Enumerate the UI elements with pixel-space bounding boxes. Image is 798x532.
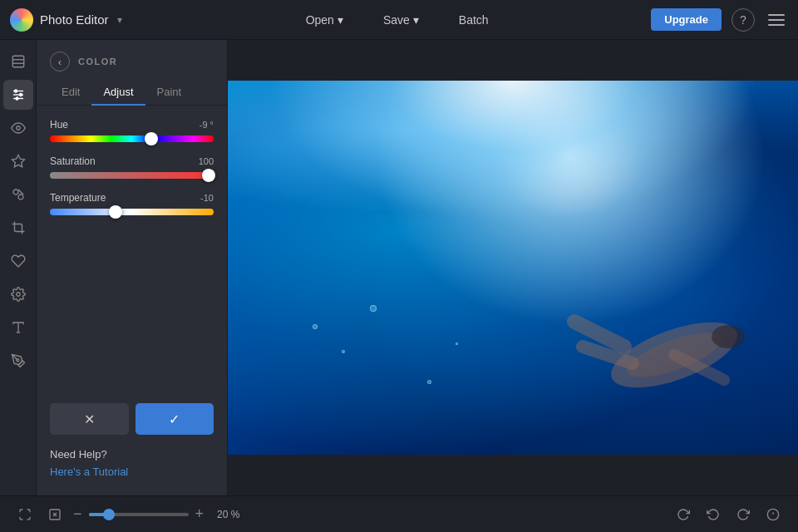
main-content: ‹ COLOR Edit Adjust Paint Hue -9 ° <box>0 40 798 495</box>
action-buttons: ✕ ✓ <box>37 403 227 448</box>
tab-edit[interactable]: Edit <box>50 80 91 106</box>
redo-button[interactable] <box>732 503 755 526</box>
menu-bar-line <box>768 24 785 26</box>
confirm-button[interactable]: ✓ <box>135 403 214 435</box>
save-button[interactable]: Save ▾ <box>377 10 426 30</box>
app-logo-icon <box>10 8 33 32</box>
actual-size-button[interactable] <box>43 503 66 526</box>
saturation-value: 100 <box>199 156 214 166</box>
canvas-area <box>228 40 798 495</box>
svg-marker-10 <box>12 155 24 167</box>
toolbar-effects-icon[interactable] <box>3 180 33 209</box>
toolbar-adjust-icon[interactable] <box>3 80 33 110</box>
sliders-area: Hue -9 ° Saturation 100 <box>37 106 227 403</box>
rotate-cw-button[interactable] <box>672 503 695 526</box>
svg-point-17 <box>16 359 18 362</box>
hue-thumb[interactable] <box>145 132 158 145</box>
temperature-thumb[interactable] <box>109 205 122 219</box>
undo-button[interactable] <box>702 503 725 526</box>
zoom-thumb[interactable] <box>103 509 115 520</box>
title-chevron-icon[interactable]: ▾ <box>117 14 122 26</box>
wave-overlay <box>228 81 798 247</box>
toolbar-settings-icon[interactable] <box>3 279 33 309</box>
open-chevron-icon: ▾ <box>337 13 343 27</box>
svg-point-8 <box>16 97 18 100</box>
tab-adjust[interactable]: Adjust <box>91 80 145 106</box>
hue-slider-row: Hue -9 ° <box>50 119 214 142</box>
temperature-value: -10 <box>200 193 214 203</box>
logo-area: Photo Editor ▾ <box>10 8 143 32</box>
help-area: Need Help? Here's a Tutorial <box>37 448 227 495</box>
svg-line-13 <box>18 190 23 195</box>
saturation-thumb[interactable] <box>202 169 215 182</box>
hamburger-menu-button[interactable] <box>765 11 788 29</box>
fit-to-screen-button[interactable] <box>13 503 37 526</box>
header-right: Upgrade ? <box>651 8 788 32</box>
help-icon-button[interactable]: ? <box>732 8 755 32</box>
temperature-slider-row: Temperature -10 <box>50 192 214 215</box>
saturation-slider-row: Saturation 100 <box>50 155 214 179</box>
temperature-label-row: Temperature -10 <box>50 192 214 204</box>
toolbar-text-icon[interactable] <box>3 313 33 342</box>
app-title: Photo Editor <box>40 12 109 27</box>
svg-point-12 <box>18 195 23 200</box>
toolbar-layers-icon[interactable] <box>3 47 33 76</box>
tab-paint[interactable]: Paint <box>145 80 194 106</box>
saturation-label: Saturation <box>50 155 96 167</box>
zoom-out-button[interactable]: − <box>73 505 82 523</box>
svg-point-14 <box>16 293 20 297</box>
toolbar-brush-icon[interactable] <box>3 346 33 376</box>
bottom-right-icons <box>672 503 785 526</box>
diver-figure <box>508 247 774 430</box>
svg-point-7 <box>19 94 22 96</box>
tutorial-link[interactable]: Here's a Tutorial <box>50 466 128 478</box>
bubble <box>313 324 318 329</box>
svg-point-20 <box>712 325 745 348</box>
header-center: Open ▾ Save ▾ Batch <box>143 10 651 30</box>
back-button[interactable]: ‹ <box>50 52 70 71</box>
color-panel: ‹ COLOR Edit Adjust Paint Hue -9 ° <box>37 40 228 495</box>
svg-point-6 <box>14 90 17 92</box>
svg-rect-0 <box>12 56 24 67</box>
open-button[interactable]: Open ▾ <box>299 10 350 30</box>
zoom-track[interactable] <box>89 513 189 516</box>
left-icon-toolbar <box>0 40 37 495</box>
batch-button[interactable]: Batch <box>452 10 495 30</box>
zoom-in-button[interactable]: + <box>195 505 204 523</box>
bubble <box>427 380 431 384</box>
toolbar-crop-icon[interactable] <box>3 213 33 243</box>
toolbar-star-icon[interactable] <box>3 146 33 176</box>
bottom-toolbar: − + 20 % <box>0 495 798 532</box>
cancel-button[interactable]: ✕ <box>50 403 129 435</box>
need-help-text: Need Help? <box>50 448 214 461</box>
hue-label-row: Hue -9 ° <box>50 119 214 131</box>
svg-point-9 <box>16 126 20 131</box>
save-chevron-icon: ▾ <box>413 13 419 27</box>
info-button[interactable] <box>761 503 785 526</box>
zoom-slider-container <box>89 513 189 516</box>
menu-bar-line <box>768 14 785 16</box>
header: Photo Editor ▾ Open ▾ Save ▾ Batch Upgra… <box>0 0 798 40</box>
svg-point-11 <box>13 190 18 195</box>
temperature-label: Temperature <box>50 192 106 204</box>
temperature-track[interactable] <box>50 209 214 215</box>
photo-container <box>228 81 798 455</box>
menu-bar-line <box>768 19 785 21</box>
panel-tabs: Edit Adjust Paint <box>37 80 227 106</box>
hue-label: Hue <box>50 119 68 131</box>
saturation-track[interactable] <box>50 172 214 179</box>
panel-title: COLOR <box>78 57 117 66</box>
zoom-value: 20 % <box>217 509 239 520</box>
toolbar-eye-icon[interactable] <box>3 113 33 143</box>
bubble <box>370 305 377 312</box>
panel-header: ‹ COLOR <box>37 40 227 80</box>
hue-track[interactable] <box>50 135 214 142</box>
bubble <box>342 350 345 353</box>
upgrade-button[interactable]: Upgrade <box>651 8 722 31</box>
hue-value: -9 ° <box>200 120 214 130</box>
toolbar-heart-icon[interactable] <box>3 246 33 276</box>
saturation-label-row: Saturation 100 <box>50 155 214 167</box>
